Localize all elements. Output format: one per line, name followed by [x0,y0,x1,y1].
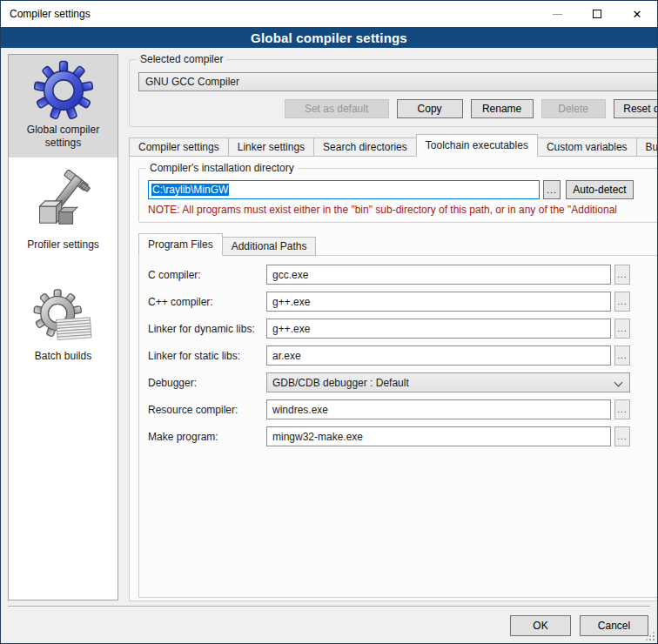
settings-category-list: Global compiler settings [8,54,118,600]
cpp-compiler-label: C++ compiler: [148,296,266,308]
cpp-compiler-browse-button[interactable]: ... [614,292,630,312]
c-compiler-browse-button[interactable]: ... [614,265,630,285]
selected-text: C:\raylib\MinGW [151,184,229,196]
minimize-button[interactable] [537,1,577,27]
main-panel: Selected compiler GNU GCC Compiler Set a… [129,54,658,601]
selected-compiler-select[interactable]: GNU GCC Compiler [138,72,658,91]
sidebar-item-global-compiler-settings[interactable]: Global compiler settings [9,55,118,158]
dynamic-linker-label: Linker for dynamic libs: [148,323,266,335]
tab-build-options[interactable]: Build options [636,138,658,157]
gray-gear-stack-icon [31,286,96,347]
tab-search-directories[interactable]: Search directories [313,138,417,157]
sidebar-item-profiler-settings[interactable]: Profiler settings [9,159,118,260]
program-files-page: C compiler: gcc.exe ... C++ compiler: g+… [138,255,658,598]
tab-linker-settings[interactable]: Linker settings [228,138,314,157]
installation-directory-group: Compiler's installation directory C:\ray… [138,168,658,223]
make-program-input[interactable]: mingw32-make.exe [266,426,611,446]
directory-browse-button[interactable]: ... [543,180,561,199]
selected-compiler-value: GNU GCC Compiler [145,76,239,88]
window-title: Compiler settings [1,8,91,20]
dynamic-linker-input[interactable]: g++.exe [266,319,611,339]
dialog-banner: Global compiler settings [1,27,657,48]
resource-compiler-label: Resource compiler: [148,404,266,416]
debugger-select[interactable]: GDB/CDB debugger : Default [266,372,630,392]
close-button[interactable]: ✕ [617,1,657,27]
make-program-browse-button[interactable]: ... [614,426,630,446]
window-controls: ✕ [537,1,657,27]
cpp-compiler-row: C++ compiler: g++.exe ... [148,292,658,312]
c-compiler-input[interactable]: gcc.exe [266,265,611,285]
tab-compiler-settings[interactable]: Compiler settings [129,138,229,157]
cpp-compiler-input[interactable]: g++.exe [266,292,611,312]
maximize-icon [593,10,601,18]
subtab-program-files[interactable]: Program Files [138,233,223,256]
sidebar-item-label: Batch builds [31,350,95,363]
set-as-default-button[interactable]: Set as default [285,99,389,118]
footer-divider [8,606,650,607]
compiler-actions: Set as default Copy Rename Delete Reset … [138,99,658,118]
debugger-row: Debugger: GDB/CDB debugger : Default [148,372,658,392]
installation-directory-row: C:\raylib\MinGW ... Auto-detect [148,180,658,199]
debugger-label: Debugger: [148,377,266,389]
auto-detect-button[interactable]: Auto-detect [566,180,634,199]
tab-custom-variables[interactable]: Custom variables [537,138,637,157]
cancel-button[interactable]: Cancel [580,615,648,636]
installation-directory-input[interactable]: C:\raylib\MinGW [148,180,540,199]
copy-button[interactable]: Copy [397,99,463,118]
resource-compiler-row: Resource compiler: windres.exe ... [148,399,658,419]
subtab-additional-paths[interactable]: Additional Paths [222,237,317,256]
selected-compiler-group: Selected compiler GNU GCC Compiler Set a… [129,59,658,127]
rename-button[interactable]: Rename [471,99,534,118]
make-program-label: Make program: [148,431,266,443]
c-compiler-label: C compiler: [148,269,266,281]
program-files-tab-bar: Program Files Additional Paths [138,233,658,256]
toolchain-executables-page: Compiler's installation directory C:\ray… [129,156,658,601]
resource-compiler-browse-button[interactable]: ... [614,399,630,419]
tab-toolchain-executables[interactable]: Toolchain executables [416,134,538,157]
dialog-body: Global compiler settings [1,48,657,601]
resize-grip[interactable] [644,630,655,641]
ok-button[interactable]: OK [510,615,571,636]
resource-compiler-input[interactable]: windres.exe [266,399,611,419]
dynamic-linker-row: Linker for dynamic libs: g++.exe ... [148,319,658,339]
static-linker-browse-button[interactable]: ... [614,345,630,366]
sidebar-item-batch-builds[interactable]: Batch builds [9,260,118,372]
profiler-caliper-icon [30,170,97,236]
dynamic-linker-browse-button[interactable]: ... [614,319,630,339]
settings-tab-bar: Compiler settings Linker settings Search… [129,134,658,157]
dialog-footer: OK Cancel [1,608,657,643]
chevron-down-icon [614,379,623,387]
title-bar[interactable]: Compiler settings ✕ [1,1,657,27]
sidebar-item-label: Profiler settings [24,238,103,252]
maximize-button[interactable] [577,1,617,27]
reset-defaults-button[interactable]: Reset defaults [614,99,658,118]
static-linker-input[interactable]: ar.exe [266,345,611,366]
selected-compiler-group-label: Selected compiler [137,53,226,65]
static-linker-label: Linker for static libs: [148,350,266,362]
delete-button[interactable]: Delete [541,99,606,118]
sidebar-item-label: Global compiler settings [9,124,118,150]
bin-subdirectory-note: NOTE: All programs must exist either in … [148,204,658,216]
make-program-row: Make program: mingw32-make.exe ... [148,426,658,446]
compiler-settings-dialog: Compiler settings ✕ Global compiler sett… [0,0,658,644]
installation-directory-group-label: Compiler's installation directory [146,162,298,174]
minimize-icon [553,14,562,15]
static-linker-row: Linker for static libs: ar.exe ... [148,345,658,366]
c-compiler-row: C compiler: gcc.exe ... [148,265,658,285]
blue-gear-icon [33,60,94,121]
close-icon: ✕ [633,9,642,20]
